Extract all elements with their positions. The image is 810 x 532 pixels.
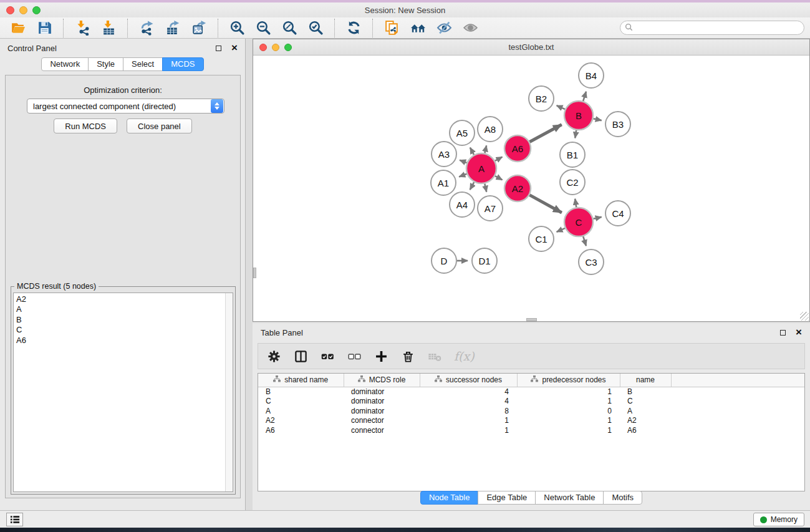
cell-successor-nodes[interactable]: 8 — [420, 407, 517, 417]
node-D1[interactable]: D1 — [472, 248, 497, 273]
settings-gear-icon[interactable] — [266, 349, 281, 364]
cell-predecessor-nodes[interactable]: 1 — [517, 387, 620, 397]
result-scrollbar[interactable] — [225, 293, 233, 491]
zoom-fit-icon[interactable] — [280, 19, 299, 37]
table-row[interactable]: A6connector11A6 — [258, 426, 804, 436]
tab-mcds[interactable]: MCDS — [162, 57, 203, 71]
node-A8[interactable]: A8 — [478, 117, 503, 142]
cell-name[interactable]: B — [620, 387, 671, 397]
tab-select[interactable]: Select — [123, 57, 163, 71]
node-B[interactable]: B — [564, 101, 593, 130]
add-column-icon[interactable] — [374, 349, 388, 364]
import-network-icon[interactable] — [73, 19, 92, 37]
hide-eye-icon[interactable] — [435, 19, 453, 37]
export-image-icon[interactable] — [190, 19, 208, 37]
column-header-shared-name[interactable]: shared name — [258, 374, 344, 387]
delete-column-icon[interactable] — [400, 349, 415, 364]
cell-shared-name[interactable]: C — [258, 397, 344, 407]
import-table-icon[interactable] — [99, 19, 118, 37]
node-B1[interactable]: B1 — [560, 142, 585, 167]
memory-button[interactable]: Memory — [753, 513, 804, 526]
cell-shared-name[interactable]: A6 — [258, 426, 344, 436]
tab-edge-table[interactable]: Edge Table — [478, 491, 536, 505]
node-C[interactable]: C — [564, 208, 593, 236]
homes-icon[interactable] — [408, 19, 427, 37]
node-A7[interactable]: A7 — [478, 196, 503, 221]
node-C1[interactable]: C1 — [529, 226, 554, 251]
edge-A-A4[interactable] — [470, 182, 474, 190]
canvas-left-handle[interactable] — [253, 268, 256, 278]
edge-C-C2[interactable] — [575, 199, 576, 208]
node-D[interactable]: D — [432, 248, 456, 273]
table-float-panel-icon[interactable] — [780, 330, 786, 336]
close-panel-button[interactable]: Close panel — [127, 118, 192, 133]
node-A2[interactable]: A2 — [504, 175, 531, 201]
tab-network-table[interactable]: Network Table — [535, 491, 604, 505]
network-canvas[interactable]: B4B2BB3A5A8A6B1A3AC2A1A2A4A7C4CC1C3DD1 — [253, 56, 809, 321]
edge-A-A5[interactable] — [470, 148, 474, 155]
export-table-icon[interactable] — [163, 19, 182, 37]
table-row[interactable]: A2connector11A2 — [258, 416, 804, 426]
cell-predecessor-nodes[interactable]: 0 — [517, 407, 620, 417]
tab-network[interactable]: Network — [41, 57, 89, 71]
cell-successor-nodes[interactable]: 1 — [420, 416, 517, 426]
node-B2[interactable]: B2 — [529, 86, 554, 111]
cell-predecessor-nodes[interactable]: 1 — [517, 426, 620, 436]
edge-A-A3[interactable] — [460, 160, 466, 163]
close-panel-icon[interactable]: × — [231, 45, 238, 51]
tab-node-table[interactable]: Node Table — [420, 491, 479, 505]
cell-shared-name[interactable]: A — [258, 407, 344, 417]
cell-successor-nodes[interactable]: 1 — [420, 426, 517, 436]
column-header-successor-nodes[interactable]: successor nodes — [420, 374, 517, 387]
open-session-icon[interactable] — [9, 19, 27, 37]
edge-A-A8[interactable] — [485, 145, 486, 153]
cell-predecessor-nodes[interactable]: 1 — [517, 397, 620, 407]
cell-predecessor-nodes[interactable]: 1 — [517, 416, 620, 426]
edge-A2-C[interactable] — [529, 195, 562, 213]
cell-MCDS-role[interactable]: connector — [344, 426, 420, 436]
node-B4[interactable]: B4 — [579, 63, 604, 88]
edge-C-C1[interactable] — [557, 228, 565, 232]
tab-motifs[interactable]: Motifs — [603, 491, 642, 505]
cell-MCDS-role[interactable]: dominator — [344, 407, 420, 417]
mcds-result-list[interactable]: A2ABCA6 — [13, 293, 233, 492]
zoom-in-icon[interactable] — [228, 19, 246, 37]
edge-C-C4[interactable] — [593, 217, 601, 219]
mcds-result-item[interactable]: B — [16, 315, 233, 325]
node-A6[interactable]: A6 — [504, 135, 531, 162]
eye-icon[interactable] — [461, 19, 480, 37]
zoom-selected-icon[interactable] — [306, 19, 325, 37]
search-input[interactable] — [636, 22, 804, 34]
canvas-bottom-handle[interactable] — [526, 318, 537, 321]
mcds-result-item[interactable]: C — [16, 325, 233, 335]
network-graph[interactable]: B4B2BB3A5A8A6B1A3AC2A1A2A4A7C4CC1C3DD1 — [253, 56, 809, 322]
column-header-MCDS-role[interactable]: MCDS role — [344, 374, 420, 387]
edge-B-B2[interactable] — [557, 105, 565, 109]
export-network-icon[interactable] — [137, 19, 156, 37]
tab-style[interactable]: Style — [88, 57, 123, 71]
node-A5[interactable]: A5 — [450, 120, 475, 145]
cell-MCDS-role[interactable]: connector — [344, 416, 420, 426]
edge-A-A1[interactable] — [459, 174, 466, 177]
edge-B-B3[interactable] — [593, 118, 601, 120]
node-A1[interactable]: A1 — [431, 170, 456, 195]
node-B3[interactable]: B3 — [605, 112, 630, 137]
cell-shared-name[interactable]: A2 — [258, 416, 344, 426]
node-C3[interactable]: C3 — [579, 249, 604, 274]
cell-MCDS-role[interactable]: dominator — [344, 397, 420, 407]
task-history-button[interactable] — [6, 513, 23, 526]
edge-A-A2[interactable] — [495, 176, 503, 180]
edge-A-A7[interactable] — [485, 183, 486, 191]
cell-name[interactable]: A2 — [620, 416, 671, 426]
table-row[interactable]: Cdominator41C — [258, 397, 804, 407]
node-C2[interactable]: C2 — [560, 170, 585, 195]
column-header-predecessor-nodes[interactable]: predecessor nodes — [517, 374, 620, 387]
split-panel-icon[interactable] — [293, 349, 308, 364]
criterion-select[interactable]: largest connected component (directed) — [27, 99, 224, 114]
cell-name[interactable]: A — [620, 407, 671, 417]
resize-grip-icon[interactable] — [800, 312, 809, 321]
refresh-icon[interactable] — [344, 19, 363, 37]
mcds-result-item[interactable]: A2 — [16, 294, 233, 304]
select-all-checkboxes-icon[interactable] — [320, 349, 335, 364]
table-row[interactable]: Adominator80A — [258, 407, 804, 417]
